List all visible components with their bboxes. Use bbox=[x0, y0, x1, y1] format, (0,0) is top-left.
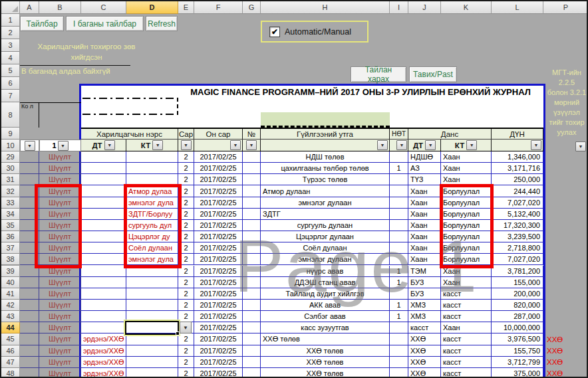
column-header-H[interactable]: H bbox=[261, 1, 390, 14]
cell-H31[interactable]: Түрээс төлөв bbox=[261, 174, 390, 185]
cell-I48[interactable] bbox=[390, 368, 408, 378]
cell-E42[interactable]: 2 bbox=[178, 300, 194, 310]
cell-H44[interactable]: касс зузуутгав bbox=[261, 322, 390, 333]
row-header-42[interactable]: 42 bbox=[1, 300, 20, 311]
cell-I41[interactable] bbox=[390, 288, 408, 299]
cell-J32[interactable]: Хаан bbox=[408, 185, 441, 196]
cell-L40[interactable]: 155,000 bbox=[492, 277, 543, 288]
cell-A43[interactable] bbox=[20, 311, 39, 322]
row-header-44[interactable]: 44 bbox=[1, 322, 20, 333]
cell-J43[interactable]: ХМЗ bbox=[408, 311, 441, 322]
cell-K48[interactable]: касст bbox=[441, 368, 492, 378]
filter-dropdown-icon[interactable]: ▼ bbox=[230, 140, 241, 150]
cell-I43[interactable]: 1 bbox=[390, 311, 408, 322]
cell-H42[interactable]: АКК авав bbox=[261, 300, 390, 310]
cell-H35[interactable]: сургууль дулаан bbox=[261, 220, 390, 231]
cell-C34[interactable] bbox=[81, 209, 126, 219]
filter-dropdown-icon[interactable]: ▼ bbox=[152, 140, 163, 150]
cell-L46[interactable]: 155,750 bbox=[492, 345, 543, 356]
column-header-L[interactable]: L bbox=[492, 1, 543, 14]
cell-G34[interactable] bbox=[243, 209, 261, 219]
cell-J34[interactable]: Хаан bbox=[408, 209, 441, 219]
cell-G31[interactable] bbox=[243, 174, 261, 185]
filter-cell-B43[interactable]: Шүүлт bbox=[39, 311, 81, 322]
cell-L29[interactable]: 1,346,000 bbox=[492, 151, 543, 162]
cell-J35[interactable]: Хаан bbox=[408, 220, 441, 231]
cell-F48[interactable]: 2017/02/25 bbox=[194, 368, 243, 378]
cell-D47[interactable] bbox=[126, 357, 178, 367]
column-header-G[interactable]: G bbox=[243, 1, 261, 14]
cell-K40[interactable]: Хаан bbox=[441, 277, 492, 288]
cell-E45[interactable]: 2 bbox=[178, 333, 194, 344]
cell-F30[interactable]: 2017/02/25 bbox=[194, 163, 243, 173]
row-header-33[interactable]: 33 bbox=[1, 197, 20, 209]
cell-C47[interactable]: эрдэнэ/ХХӨ bbox=[81, 357, 126, 367]
cell-E30[interactable]: 2 bbox=[178, 163, 194, 173]
cell-J45[interactable]: ХХӨ bbox=[408, 333, 441, 344]
cell-G48[interactable] bbox=[243, 368, 261, 378]
cell-C35[interactable] bbox=[81, 220, 126, 231]
row-header-29[interactable]: 29 bbox=[1, 151, 20, 163]
cell-G46[interactable] bbox=[243, 345, 261, 356]
cell-D30[interactable] bbox=[126, 163, 178, 173]
cell-D48[interactable] bbox=[126, 368, 178, 378]
row-header-10[interactable]: 10 bbox=[1, 140, 20, 151]
column-header-J[interactable]: J bbox=[408, 1, 441, 14]
cell-I29[interactable] bbox=[390, 151, 408, 162]
cell-A46[interactable] bbox=[20, 345, 39, 357]
cell-F35[interactable]: 2017/02/25 bbox=[194, 220, 243, 231]
cell-L37[interactable]: 2,718,800 bbox=[492, 242, 543, 253]
cell-C38[interactable] bbox=[81, 254, 126, 264]
row-header-4[interactable]: 4 bbox=[1, 52, 20, 64]
cell-C42[interactable] bbox=[81, 300, 126, 310]
cell-A42[interactable] bbox=[20, 300, 39, 311]
cell-A48[interactable] bbox=[20, 368, 39, 378]
cell-G29[interactable] bbox=[243, 151, 261, 162]
filter-cell-B42[interactable]: Шүүлт bbox=[39, 300, 81, 311]
cell-J41[interactable]: БУЗ bbox=[408, 288, 441, 299]
cell-C29[interactable] bbox=[81, 151, 126, 162]
row-header-2[interactable]: 2 bbox=[1, 27, 20, 39]
cell-I46[interactable] bbox=[390, 345, 408, 356]
cell-A44[interactable] bbox=[20, 322, 39, 333]
cell-J33[interactable]: Хаан bbox=[408, 197, 441, 208]
cell-D40[interactable] bbox=[126, 277, 178, 288]
row-header-3[interactable]: 3 bbox=[1, 39, 20, 52]
cell-L34[interactable]: 5,132,400 bbox=[492, 209, 543, 219]
cell-F42[interactable]: 2017/02/25 bbox=[194, 300, 243, 310]
cell-F46[interactable]: 2017/02/25 bbox=[194, 345, 243, 356]
column-i-explain-button[interactable]: I баганы тайлбар bbox=[66, 16, 144, 31]
cell-L32[interactable]: 244,440 bbox=[492, 185, 543, 196]
validation-dropdown[interactable]: ▼ bbox=[180, 322, 192, 333]
cell-F32[interactable]: 2017/02/25 bbox=[194, 185, 243, 196]
cell-L45[interactable]: 3,976,500 bbox=[492, 333, 543, 344]
cell-F47[interactable]: 2017/02/25 bbox=[194, 357, 243, 367]
filter-cell-B30[interactable]: Шүүлт bbox=[39, 163, 81, 174]
cell-A45[interactable] bbox=[20, 333, 39, 345]
cell-J46[interactable]: ХХӨ bbox=[408, 345, 441, 356]
cell-C33[interactable] bbox=[81, 197, 126, 208]
filter-dropdown-icon[interactable]: ▼ bbox=[104, 140, 115, 150]
cell-K45[interactable]: касст bbox=[441, 333, 492, 344]
cell-C44[interactable] bbox=[81, 322, 126, 333]
row-header-7[interactable]: 7 bbox=[1, 90, 20, 102]
row-header-31[interactable]: 31 bbox=[1, 174, 20, 185]
cell-H34[interactable]: ЗДТГ bbox=[261, 209, 390, 219]
cell-H48[interactable]: ХХӨ төлөв bbox=[261, 368, 390, 378]
row-header-34[interactable]: 34 bbox=[1, 209, 20, 220]
row-header-6[interactable]: 6 bbox=[1, 77, 20, 90]
cell-L42[interactable]: 820,000 bbox=[492, 300, 543, 310]
cell-H36[interactable]: Цэцэрлэг дулаан bbox=[261, 231, 390, 242]
cell-G32[interactable] bbox=[243, 185, 261, 196]
cell-H40[interactable]: ДДЭШ станц авав bbox=[261, 277, 390, 288]
cell-F37[interactable]: 2017/02/25 bbox=[194, 242, 243, 253]
cell-I38[interactable] bbox=[390, 254, 408, 264]
cell-K41[interactable]: касст bbox=[441, 288, 492, 299]
cell-K42[interactable]: касст bbox=[441, 300, 492, 310]
cell-H29[interactable]: НДШ төлөв bbox=[261, 151, 390, 162]
row-header-35[interactable]: 35 bbox=[1, 220, 20, 231]
row-header-9[interactable]: 9 bbox=[1, 128, 20, 140]
cell-G37[interactable] bbox=[243, 242, 261, 253]
cell-F38[interactable]: 2017/02/25 bbox=[194, 254, 243, 264]
filter-dropdown-icon[interactable]: ▼ bbox=[25, 141, 35, 151]
